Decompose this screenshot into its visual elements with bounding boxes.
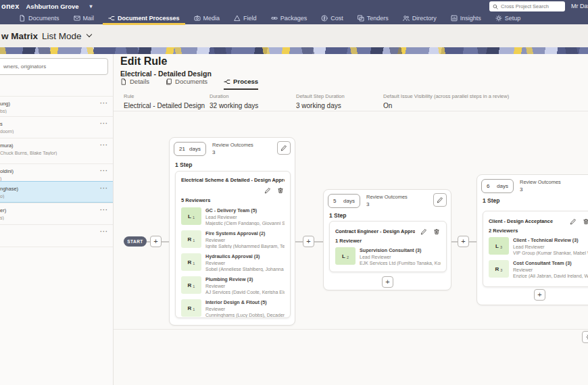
- divider: [114, 329, 588, 330]
- nav-media[interactable]: Media: [194, 15, 220, 22]
- chart-icon: [451, 15, 458, 22]
- nav-mail[interactable]: Mail: [74, 15, 95, 22]
- nav-directory[interactable]: Directory: [403, 15, 437, 22]
- triangle-icon: [234, 15, 241, 22]
- overflow-menu-icon[interactable]: ···: [100, 185, 108, 192]
- add-step-button[interactable]: +: [534, 289, 545, 301]
- pencil-icon: [437, 197, 443, 203]
- pencil-icon: [420, 228, 427, 235]
- user-menu[interactable]: Mr Dav: [571, 3, 588, 9]
- app-logo[interactable]: onex: [1, 2, 19, 10]
- reviewer-row: R1 Interior Design & Fitout (5) Reviewer…: [181, 299, 285, 317]
- project-name: Ashburton Grove: [26, 3, 78, 10]
- add-step-button[interactable]: +: [382, 276, 393, 288]
- edit-step-button[interactable]: [568, 217, 577, 226]
- list-mode-selector[interactable]: List Mode: [42, 31, 82, 41]
- field-default-issue-visibility: Default Issue Visibility (across paralle…: [383, 93, 509, 109]
- overflow-menu-icon[interactable]: ···: [100, 228, 108, 235]
- tab-details[interactable]: Details: [120, 78, 149, 85]
- trash-icon: [277, 187, 284, 194]
- page-title: w Matrix List Mode: [0, 24, 588, 47]
- review-duration-input[interactable]: 5 days: [328, 194, 360, 208]
- nav-insights[interactable]: Insights: [451, 15, 481, 22]
- cross-project-search[interactable]: [489, 1, 565, 11]
- delete-step-button[interactable]: [432, 227, 441, 236]
- step-title: Contract Engineer - Design Approval: [335, 228, 415, 234]
- start-node: START: [124, 236, 147, 247]
- reviewer-row: R1 Plumbing Review (3) Reviewer AJ Servi…: [181, 276, 285, 294]
- edit-step-button[interactable]: [419, 227, 428, 236]
- add-review-button[interactable]: +: [458, 236, 469, 247]
- review-group-3: 6 days Review Outcomes 3 1 Step Client -…: [476, 174, 588, 305]
- reviewer-badge: R1: [181, 230, 201, 248]
- reviewer-list: L2 Supervision Consultant (3) Lead Revie…: [335, 247, 441, 265]
- tab-process[interactable]: Process: [224, 78, 258, 85]
- list-item-selected[interactable]: nghase) o) ···: [0, 181, 114, 203]
- chevron-down-icon: [86, 32, 91, 37]
- reviewer-badge: R1: [181, 276, 201, 294]
- step-card: Contract Engineer - Design Approval 1 Re…: [329, 221, 447, 272]
- camera-icon: [194, 15, 201, 22]
- overflow-menu-icon[interactable]: ···: [100, 100, 108, 107]
- trash-icon: [583, 218, 588, 225]
- nav-field[interactable]: Field: [234, 15, 257, 22]
- reviewer-row: R1 Hydraulics Approval (3) Reviewer Sobe…: [181, 253, 285, 272]
- add-review-button[interactable]: +: [150, 236, 162, 247]
- overflow-menu-icon[interactable]: ···: [100, 120, 108, 127]
- steps-count-label: 1 Step: [483, 197, 500, 204]
- list-item[interactable]: ung) bs) ···: [0, 96, 114, 116]
- list-item[interactable]: s doorn) ···: [0, 116, 114, 138]
- link-icon: [271, 15, 278, 22]
- edit-review-button[interactable]: [277, 141, 291, 155]
- page-title-bold: w Matrix: [1, 31, 38, 41]
- sidebar-filter-input[interactable]: [0, 58, 108, 75]
- edit-review-button[interactable]: [433, 193, 447, 207]
- reviewer-row: R3 Cost Consultant Team (3) Reviewer Enz…: [489, 260, 588, 278]
- overflow-menu-icon[interactable]: ···: [100, 168, 108, 174]
- caret-down-icon: ▾: [90, 3, 93, 9]
- step-title: Client - Design Acceptance: [489, 218, 564, 224]
- tenders-icon: [358, 15, 364, 22]
- people-icon: [403, 15, 410, 22]
- edit-rule-title: Edit Rule: [120, 55, 167, 68]
- trash-icon: [433, 228, 440, 235]
- tab-documents[interactable]: Documents: [166, 78, 207, 85]
- list-item[interactable]: oldini) ) ···: [0, 163, 114, 181]
- document-icon: [19, 15, 26, 22]
- review-outcomes: Review Outcomes 3: [212, 142, 253, 155]
- pencil-icon: [280, 145, 287, 151]
- delete-step-button[interactable]: [276, 186, 285, 195]
- lead-reviewer-badge: L2: [335, 247, 356, 265]
- reviewer-badge: R1: [181, 253, 201, 271]
- rules-sidebar: ung) bs) ··· s doorn) ··· mura) Chuck Bu…: [0, 54, 114, 385]
- field-default-step-duration: Default Step Duration 3 working days: [296, 93, 345, 109]
- nav-documents[interactable]: Documents: [19, 15, 59, 22]
- review-outcomes: Review Outcomes 3: [520, 179, 561, 192]
- reviewer-badge: R3: [489, 260, 509, 278]
- overflow-menu-icon[interactable]: ···: [100, 142, 108, 149]
- list-item[interactable]: mura) Chuck Burns, Blake Taylor) ···: [0, 138, 114, 163]
- reviewer-row: L1 GC - Delivery Team (5) Lead Reviewer …: [181, 207, 285, 226]
- delete-step-button[interactable]: [581, 217, 588, 226]
- app-window: onex Ashburton Grove ▾ Mr Dav Documents …: [0, 0, 588, 385]
- nav-tenders[interactable]: Tenders: [358, 15, 389, 22]
- edit-step-button[interactable]: [263, 186, 272, 195]
- review-duration-input[interactable]: 21 days: [174, 142, 206, 156]
- diagram-control-button[interactable]: [582, 331, 588, 343]
- nav-document-processes[interactable]: Document Processes: [108, 15, 180, 22]
- nav-packages[interactable]: Packages: [271, 15, 308, 22]
- review-group-2: 5 days Review Outcomes 3 1 Step Contract…: [323, 189, 451, 290]
- overflow-menu-icon[interactable]: ···: [100, 207, 108, 213]
- list-item[interactable]: ···: [0, 224, 114, 247]
- search-input[interactable]: [501, 3, 562, 9]
- review-duration-input[interactable]: 6 days: [481, 179, 514, 193]
- divider: [114, 111, 588, 111]
- nav-setup[interactable]: Setup: [495, 15, 521, 22]
- search-icon: [493, 4, 498, 9]
- nav-cost[interactable]: Cost: [321, 15, 343, 22]
- add-review-button[interactable]: +: [303, 236, 314, 247]
- review-group-1: 21 days Review Outcomes 3 1 Step Electri…: [169, 137, 295, 326]
- project-selector[interactable]: Ashburton Grove ▾: [26, 3, 92, 10]
- list-item[interactable]: er) s) ···: [0, 203, 114, 224]
- gear-icon: [495, 15, 502, 22]
